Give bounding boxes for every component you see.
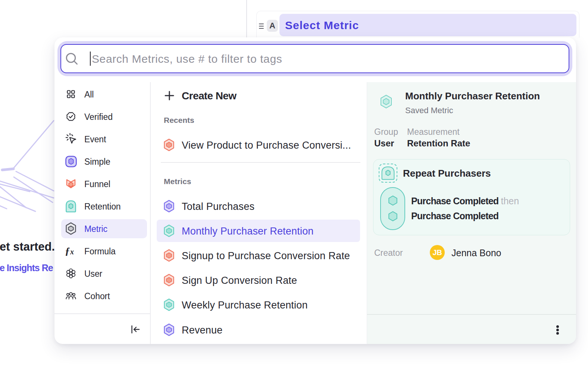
- svg-text:ƒ: ƒ: [65, 245, 70, 257]
- svg-text:x: x: [70, 248, 74, 256]
